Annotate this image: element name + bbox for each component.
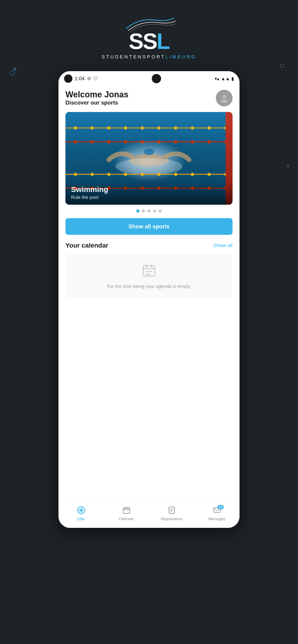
calendar-nav-svg: [123, 506, 130, 514]
ssl-l-letter: L: [157, 30, 169, 52]
avatar[interactable]: [216, 90, 232, 106]
nav-item-offer[interactable]: Offer: [59, 506, 104, 521]
battery-icon: ▮: [231, 76, 234, 81]
carousel-dot-1[interactable]: [142, 209, 145, 212]
nav-item-messages[interactable]: 10 Messages: [194, 506, 239, 521]
calendar-title: Your calendar: [66, 242, 108, 249]
nav-item-calendar[interactable]: Calendar: [104, 506, 149, 521]
slide-sport-tagline: Rule the pool: [71, 195, 227, 200]
ssl-logo-text: SS L: [129, 30, 169, 52]
svg-point-12: [151, 271, 152, 272]
status-right: ▾▴ ▲▲ ▮: [215, 76, 234, 81]
offer-svg: [77, 506, 85, 514]
carousel-dot-4[interactable]: [159, 209, 162, 212]
registrations-icon: [168, 506, 176, 516]
svg-point-14: [148, 274, 150, 275]
subtitle-main: STUDENTENSPORT: [102, 54, 165, 59]
carousel-slide-0: Swimming Rule the pool: [66, 112, 232, 205]
nav-label-calendar: Calendar: [119, 517, 134, 521]
calendar-empty-icon: [142, 263, 156, 280]
svg-point-10: [146, 271, 147, 272]
status-left: 1:04 ⚙ 🛡: [64, 74, 98, 83]
status-circle-black: [64, 74, 72, 83]
empty-calendar: For the time being your agenda is empty.: [66, 254, 232, 298]
gear-icon: ⚙: [87, 76, 91, 81]
lane-rope-3: [66, 172, 232, 176]
lane-rope-1: [66, 126, 232, 130]
nav-label-offer: Offer: [77, 517, 85, 521]
status-center-dot: [152, 74, 161, 83]
show-all-link[interactable]: Show all: [213, 242, 232, 248]
shield-icon: 🛡: [94, 76, 98, 81]
messages-badge: 10: [217, 505, 223, 509]
nav-label-messages: Messages: [208, 517, 225, 521]
svg-rect-20: [123, 508, 130, 514]
registrations-svg: [168, 506, 176, 514]
slide-text-overlay: Swimming Rule the pool: [66, 180, 232, 205]
svg-point-13: [146, 274, 147, 275]
sports-carousel[interactable]: Swimming Rule the pool: [66, 112, 232, 205]
svg-point-0: [222, 95, 226, 99]
bg-plus-right-icon: +: [286, 162, 290, 170]
calendar-header: Your calendar Show all: [66, 242, 232, 249]
signal-icon: ▲▲: [221, 76, 230, 81]
calendar-svg-icon: [142, 263, 156, 277]
logo-subtitle: STUDENTENSPORTLIMBURG: [102, 54, 196, 60]
bg-circle-right-icon: [280, 64, 284, 68]
status-bar: 1:04 ⚙ 🛡 ▾▴ ▲▲ ▮: [59, 71, 239, 85]
carousel-dot-3[interactable]: [153, 209, 156, 212]
avatar-icon: [219, 94, 229, 103]
empty-calendar-text: For the time being your agenda is empty.: [107, 284, 191, 289]
carousel-dot-2[interactable]: [147, 209, 151, 212]
welcome-section: Welcome Jonas Discover our sports: [66, 90, 128, 110]
svg-point-4: [144, 148, 154, 155]
show-all-sports-button[interactable]: Show all sports: [66, 218, 232, 235]
discover-text: Discover our sports: [66, 100, 128, 106]
status-time: 1:04: [75, 76, 85, 82]
offer-icon: [77, 506, 85, 516]
phone-mockup: 1:04 ⚙ 🛡 ▾▴ ▲▲ ▮ Welcome Jonas Discover …: [59, 71, 239, 528]
carousel-dots: [66, 209, 232, 212]
svg-point-11: [148, 271, 150, 272]
nav-item-registrations[interactable]: Registrations: [149, 506, 194, 521]
slide-sport-name: Swimming: [71, 185, 227, 194]
nav-label-registrations: Registrations: [161, 517, 182, 521]
header-row: Welcome Jonas Discover our sports: [66, 90, 232, 110]
bg-circle-left-icon: [10, 71, 15, 75]
welcome-text: Welcome Jonas: [66, 90, 128, 100]
messages-badge-container: 10: [213, 506, 221, 516]
svg-point-1: [221, 100, 227, 103]
calendar-icon: [123, 506, 130, 516]
bottom-nav: Offer Calendar: [59, 502, 239, 528]
wifi-icon: ▾▴: [215, 76, 219, 81]
main-content: Welcome Jonas Discover our sports: [59, 85, 239, 502]
logo-area: SS L STUDENTENSPORTLIMBURG: [0, 0, 298, 66]
carousel-dot-0[interactable]: [136, 209, 139, 212]
subtitle-limburg: LIMBURG: [165, 54, 196, 59]
logo-swoosh: [119, 14, 179, 32]
ssl-ss-letters: SS: [129, 30, 157, 52]
